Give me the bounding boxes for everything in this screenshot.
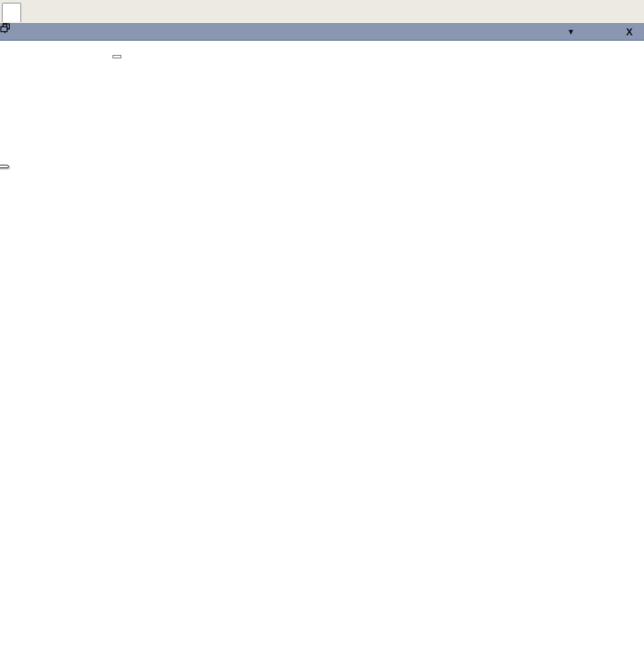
- chart-canvas[interactable]: [0, 0, 644, 656]
- inset-chart-title: [113, 55, 121, 58]
- bollinger-values-tooltip: [0, 165, 9, 168]
- mt4-chart-window: ▼ X: [0, 0, 644, 656]
